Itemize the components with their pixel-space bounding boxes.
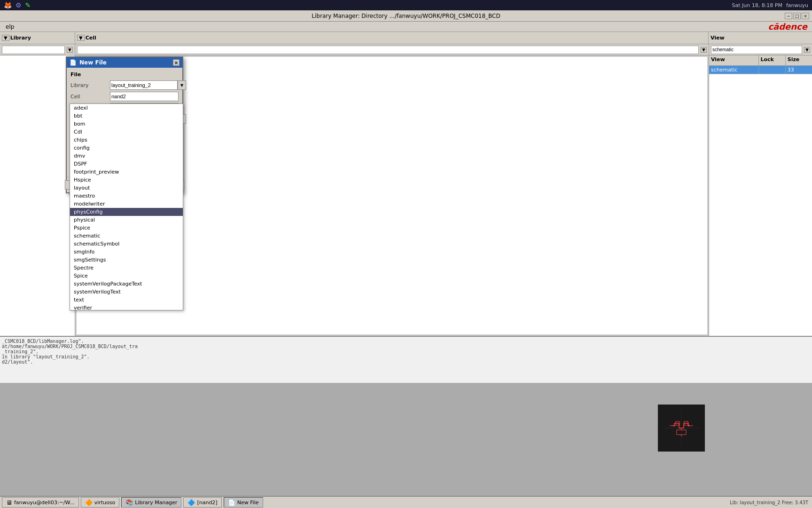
library-col-label: Library [10, 35, 31, 41]
dropdown-item-physical[interactable]: physical [70, 216, 183, 224]
dropdown-item-bom[interactable]: bom [70, 120, 183, 128]
cell-filter-bar: ▼ [75, 44, 709, 56]
type-dropdown: adexl bbt bom Cdl chips config dmv DSPF … [70, 103, 183, 310]
view-row-schematic[interactable]: schematic 33 [709, 66, 812, 74]
library-dropdown-btn[interactable]: ▼ [178, 80, 186, 90]
dropdown-item-verifier[interactable]: verifier [70, 304, 183, 310]
minimize-button[interactable]: − [785, 13, 792, 19]
dropdown-item-spice[interactable]: Spice [70, 272, 183, 280]
dropdown-item-chips[interactable]: chips [70, 136, 183, 144]
minimap-svg [658, 405, 705, 452]
dropdown-item-bbt[interactable]: bbt [70, 112, 183, 120]
svg-point-5 [674, 425, 675, 427]
dropdown-item-schematicsymbol[interactable]: schematicSymbol [70, 240, 183, 248]
cell-filter-btn[interactable]: ▼ [77, 35, 85, 41]
dropdown-item-maestro[interactable]: maestro [70, 192, 183, 200]
cell-field-input[interactable] [110, 92, 179, 101]
dropdown-item-footprint[interactable]: footprint_preview [70, 168, 183, 176]
view-filter-bar: ▼ [709, 44, 812, 56]
library-filter-bar: ▼ [0, 44, 75, 56]
dialog-close-button[interactable]: × [173, 59, 180, 66]
dropdown-item-smginfo[interactable]: smgInfo [70, 248, 183, 256]
dropdown-item-smgsettings[interactable]: smgSettings [70, 256, 183, 264]
newfile-label: New File [237, 500, 259, 506]
libmgr-label: Library Manager [135, 500, 177, 506]
log-line-3: _training_2". [2, 349, 810, 354]
dropdown-item-modelwriter[interactable]: modelwriter [70, 200, 183, 208]
minimap [658, 405, 705, 452]
menu-help[interactable]: elp [2, 23, 18, 31]
file-section-label: File [70, 71, 179, 78]
taskbar-new-file[interactable]: 📄 New File [224, 497, 263, 508]
view-col-lock: Lock [759, 56, 786, 65]
dropdown-item-dspf[interactable]: DSPF [70, 160, 183, 168]
column-headers: ▼ Library ▼ Cell View [0, 32, 812, 44]
view-column-header: View [709, 32, 812, 44]
taskbar-virtuoso[interactable]: 🔶 virtuoso [81, 497, 120, 508]
library-column-header: ▼ Library [0, 32, 75, 44]
view-col-label: View [710, 35, 725, 41]
library-field-label: Library [70, 82, 108, 88]
dropdown-item-hspice[interactable]: Hspice [70, 176, 183, 184]
dropdown-item-spectre[interactable]: Spectre [70, 264, 183, 272]
dialog-title-bar: 📄 New File × [67, 57, 182, 68]
cell-field-label: Cell [70, 94, 108, 100]
taskbar-library-manager[interactable]: 📚 Library Manager [121, 497, 181, 508]
virtuoso-label: virtuoso [94, 500, 116, 506]
library-select-wrapper: ▼ [110, 80, 186, 90]
view-panel: ▼ View Lock Size schematic 33 [709, 44, 812, 336]
dropdown-item-text[interactable]: text [70, 296, 183, 304]
library-filter-arrow[interactable]: ▼ [67, 47, 73, 53]
log-line-6: d2/layout". [2, 359, 810, 365]
dropdown-item-pspice[interactable]: Pspice [70, 224, 183, 232]
newfile-icon: 📄 [228, 499, 235, 506]
library-panel: ▼ [0, 44, 75, 336]
dropdown-item-adexl[interactable]: adexl [70, 104, 183, 112]
cell-filter-input[interactable] [77, 46, 699, 54]
library-filter-input[interactable] [2, 46, 65, 54]
library-filter-btn[interactable]: ▼ [2, 35, 9, 41]
firefox-icon[interactable]: 🦊 [4, 1, 12, 9]
view-cell-size: 33 [786, 66, 812, 74]
dropdown-item-schematic[interactable]: schematic [70, 232, 183, 240]
cell-filter-arrow[interactable]: ▼ [701, 47, 707, 53]
taskbar-terminal[interactable]: 🖥 fanwuyu@dell03:~/W... [2, 497, 79, 508]
username: fanwuyu [786, 2, 808, 8]
terminal-icon: 🖥 [6, 499, 12, 506]
maximize-button[interactable]: □ [793, 13, 801, 19]
dropdown-item-cdl[interactable]: Cdl [70, 128, 183, 136]
library-list [0, 56, 75, 336]
view-filter-arrow[interactable]: ▼ [804, 47, 810, 53]
menu-bar: elp cādence [0, 22, 812, 32]
window-controls[interactable]: − □ × [785, 13, 809, 19]
datetime: Sat Jun 18, 8:18 PM [732, 2, 782, 8]
dialog-title-text: New File [79, 59, 107, 66]
view-cell-name: schematic [709, 66, 759, 74]
dropdown-item-physconfig[interactable]: physConfig [70, 208, 183, 216]
close-button[interactable]: × [802, 13, 809, 19]
dropdown-item-dmv[interactable]: dmv [70, 152, 183, 160]
log-line-5: in library "layout_training_2". [2, 354, 810, 359]
view-filter-input[interactable] [711, 46, 802, 54]
library-field-input[interactable] [110, 80, 178, 90]
log-line-2: at/home/fanwuyu/WORK/PROJ_CSMC018_BCD/la… [2, 344, 810, 349]
cell-col-label: Cell [86, 35, 96, 41]
status-bar-right: Lib: layout_training_2 Free: 3.43T [730, 500, 808, 505]
taskbar: 🖥 fanwuyu@dell03:~/W... 🔶 virtuoso 📚 Lib… [0, 496, 812, 508]
dropdown-item-systemverilog[interactable]: systemVerilogText [70, 288, 183, 296]
edit-icon[interactable]: ✎ [25, 1, 31, 9]
dropdown-item-config[interactable]: config [70, 144, 183, 152]
svg-point-6 [688, 425, 689, 427]
libmgr-icon: 📚 [125, 499, 133, 506]
library-row: Library ▼ [70, 80, 179, 90]
app-icon[interactable]: ⚙ [16, 1, 22, 9]
system-clock-user: Sat Jun 18, 8:18 PM fanwuyu [732, 2, 808, 8]
view-table-header: View Lock Size [709, 56, 812, 66]
dialog-title-content: 📄 New File [70, 59, 107, 66]
dropdown-item-layout[interactable]: layout [70, 184, 183, 192]
taskbar-nand2[interactable]: 🔷 [nand2] [183, 497, 221, 508]
dropdown-item-systemverilogpackage[interactable]: systemVerilogPackageText [70, 280, 183, 288]
dialog-file-icon: 📄 [70, 59, 77, 66]
view-list: schematic 33 [709, 66, 812, 336]
view-cell-lock [759, 66, 786, 74]
